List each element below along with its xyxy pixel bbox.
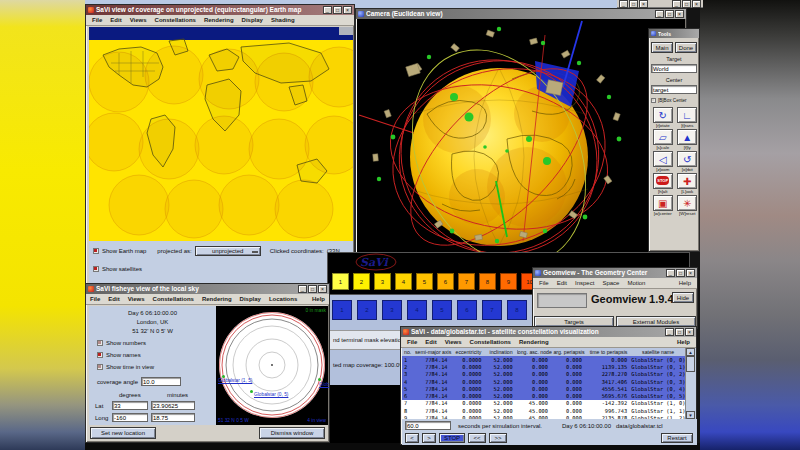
center-input[interactable] xyxy=(651,85,697,94)
minimize-icon[interactable]: _ xyxy=(298,285,307,293)
constellation-titlebar[interactable]: SaVi - data/globalstar.tcl - satellite c… xyxy=(401,327,696,337)
tools-panel-titlebar[interactable]: Tools xyxy=(649,29,699,38)
long-minutes-input[interactable] xyxy=(151,413,195,422)
menu-help[interactable]: Help xyxy=(675,280,695,286)
hide-button[interactable]: Hide xyxy=(672,292,694,303)
camera-window-titlebar[interactable]: Camera (Euclidean view) _□× xyxy=(356,9,686,19)
look-icon[interactable]: ✚ xyxy=(677,173,697,189)
map-window-titlebar[interactable]: SaVi view of coverage on unprojected (eq… xyxy=(86,5,354,15)
menu-views[interactable]: Views xyxy=(126,17,151,23)
table-row[interactable]: 87784.140.000052.00045.0000.000996.743Gl… xyxy=(402,407,685,414)
wcenter-icon[interactable]: ▣ xyxy=(653,195,673,211)
column-header[interactable]: semi-major axis xyxy=(415,349,452,355)
fisheye-titlebar[interactable]: SaVi fisheye view of the local sky _□× xyxy=(86,284,329,294)
column-header[interactable]: eccentricity xyxy=(452,349,486,355)
fly-icon[interactable]: ▲ xyxy=(677,129,697,145)
show-time-checkbox[interactable] xyxy=(97,364,103,370)
menu-help[interactable]: Help xyxy=(308,296,329,302)
globe-3d-canvas[interactable] xyxy=(357,19,685,253)
close-icon[interactable]: × xyxy=(343,6,352,14)
menu-constellations[interactable]: Constellations xyxy=(151,17,200,23)
rewind-button[interactable]: << xyxy=(468,433,486,443)
menu-views[interactable]: Views xyxy=(124,296,149,302)
table-row[interactable]: 47784.140.000052.0000.0000.0003417.406Gl… xyxy=(402,378,685,385)
minimize-icon[interactable]: _ xyxy=(665,328,674,336)
table-row[interactable]: 17784.140.000052.0000.0000.0000.000Globa… xyxy=(402,356,685,363)
maximize-icon[interactable]: □ xyxy=(665,10,674,18)
maximize-icon[interactable]: □ xyxy=(675,328,684,336)
close-icon[interactable]: × xyxy=(692,0,701,8)
show-satellites-checkbox[interactable] xyxy=(93,266,99,272)
close-icon[interactable]: × xyxy=(675,10,684,18)
menu-views[interactable]: Views xyxy=(441,339,466,345)
table-row[interactable]: 77784.140.000052.00045.0000.000-142.392G… xyxy=(402,400,685,407)
menu-edit[interactable]: Edit xyxy=(106,17,125,23)
menu-file[interactable]: File xyxy=(88,17,106,23)
fisheye-plot[interactable]: Globalstar (1, 5) Globalstar (0, 5) Glob… xyxy=(216,306,328,425)
menu-locations[interactable]: Locations xyxy=(265,296,301,302)
maximize-icon[interactable]: □ xyxy=(629,0,638,8)
menu-space[interactable]: Space xyxy=(598,280,623,286)
menu-rendering[interactable]: Rendering xyxy=(198,296,236,302)
column-header[interactable]: long. asc. node xyxy=(517,349,552,355)
lat-degrees-input[interactable] xyxy=(112,401,148,410)
menu-shading[interactable]: Shading xyxy=(267,17,299,23)
close-icon[interactable]: × xyxy=(318,285,327,293)
table-row[interactable]: 37784.140.000052.0000.0000.0002278.270Gl… xyxy=(402,371,685,378)
column-header[interactable]: no. xyxy=(402,349,415,355)
scroll-up-icon[interactable]: ▲ xyxy=(686,348,695,356)
close-icon[interactable]: × xyxy=(685,328,694,336)
menu-edit[interactable]: Edit xyxy=(553,280,571,286)
maximize-icon[interactable]: □ xyxy=(308,285,317,293)
coverage-map-canvas[interactable] xyxy=(89,27,353,241)
stop-button[interactable]: STOP xyxy=(439,433,465,443)
menu-constellations[interactable]: Constellations xyxy=(466,339,515,345)
trans-icon[interactable]: ∟ xyxy=(677,107,697,123)
fast-forward-button[interactable]: >> xyxy=(489,433,507,443)
menu-rendering[interactable]: Rendering xyxy=(515,339,553,345)
zoom-icon[interactable]: ◁ xyxy=(653,151,673,167)
column-header[interactable]: satellite name xyxy=(631,349,685,355)
set-location-button[interactable]: Set new location xyxy=(90,427,156,439)
wreset-icon[interactable]: ✳ xyxy=(677,195,697,211)
menu-constellations[interactable]: Constellations xyxy=(149,296,198,302)
menu-edit[interactable]: Edit xyxy=(104,296,123,302)
minimize-icon[interactable]: _ xyxy=(323,6,332,14)
scrollbar-thumb[interactable] xyxy=(686,356,695,372)
maximize-icon[interactable]: □ xyxy=(682,0,691,8)
table-scrollbar[interactable]: ▲ ▼ xyxy=(685,348,696,419)
restart-button[interactable]: Restart xyxy=(661,433,693,443)
maximize-icon[interactable]: □ xyxy=(333,6,342,14)
close-icon[interactable]: × xyxy=(686,269,695,277)
orbit-icon[interactable]: ↺ xyxy=(677,151,697,167)
rotate-icon[interactable]: ↻ xyxy=(653,107,673,123)
interval-input[interactable] xyxy=(405,421,451,430)
step-back-button[interactable]: < xyxy=(405,433,419,443)
menu-edit[interactable]: Edit xyxy=(421,339,440,345)
menu-file[interactable]: File xyxy=(535,280,553,286)
target-input[interactable] xyxy=(651,64,697,73)
minimize-icon[interactable]: _ xyxy=(672,0,681,8)
minimize-icon[interactable]: _ xyxy=(666,269,675,277)
table-row[interactable]: 27784.140.000052.0000.0000.0001139.135Gl… xyxy=(402,363,685,370)
show-earth-map-checkbox[interactable] xyxy=(93,248,99,254)
menu-display[interactable]: Display xyxy=(238,17,267,23)
menu-display[interactable]: Display xyxy=(236,296,265,302)
projection-dropdown[interactable]: unprojected xyxy=(195,246,261,256)
minimize-icon[interactable]: _ xyxy=(655,10,664,18)
maximize-icon[interactable]: □ xyxy=(676,269,685,277)
menu-motion[interactable]: Motion xyxy=(623,280,649,286)
coverage-angle-input[interactable] xyxy=(141,377,181,386)
menu-help[interactable]: Help xyxy=(673,339,694,345)
step-forward-button[interactable]: > xyxy=(422,433,436,443)
scroll-down-icon[interactable]: ▼ xyxy=(686,411,695,419)
scale-icon[interactable]: ▱ xyxy=(653,129,673,145)
show-numbers-checkbox[interactable] xyxy=(97,340,103,346)
column-header[interactable]: arg. periapsis xyxy=(552,349,586,355)
column-header[interactable]: time to periapsis xyxy=(586,349,631,355)
halt-icon[interactable]: STOP xyxy=(653,173,673,189)
menu-file[interactable]: File xyxy=(403,339,421,345)
menu-rendering[interactable]: Rendering xyxy=(200,17,238,23)
menu-inspect[interactable]: Inspect xyxy=(571,280,598,286)
show-names-checkbox[interactable] xyxy=(97,352,103,358)
